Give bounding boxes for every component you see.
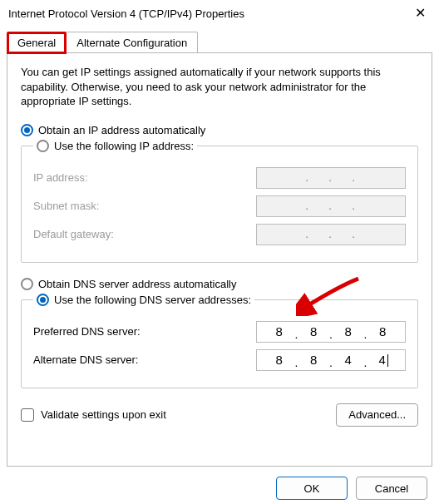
input-subnet-mask: . . . bbox=[256, 195, 406, 217]
checkbox-icon bbox=[21, 408, 34, 422]
label-default-gateway: Default gateway: bbox=[33, 228, 114, 240]
cancel-button[interactable]: Cancel bbox=[356, 477, 427, 500]
group-manual-dns: Use the following DNS server addresses: … bbox=[21, 294, 418, 388]
advanced-button[interactable]: Advanced... bbox=[336, 403, 418, 427]
label-ip-address: IP address: bbox=[33, 171, 88, 184]
text-caret-icon bbox=[387, 354, 388, 367]
checkbox-label: Validate settings upon exit bbox=[41, 408, 166, 421]
radio-use-following-ip[interactable]: Use the following IP address: bbox=[33, 140, 197, 152]
close-icon[interactable]: ✕ bbox=[397, 7, 431, 20]
ok-button[interactable]: OK bbox=[276, 477, 348, 500]
tab-general[interactable]: General bbox=[7, 32, 67, 54]
input-ip-address: . . . bbox=[256, 167, 406, 189]
input-alternate-dns[interactable]: 8. 8. 4. 4 bbox=[256, 349, 406, 371]
radio-label: Obtain DNS server address automatically bbox=[38, 278, 236, 290]
title-bar: Internet Protocol Version 4 (TCP/IPv4) P… bbox=[0, 0, 439, 27]
tab-strip: General Alternate Configuration bbox=[0, 32, 439, 53]
input-default-gateway: . . . bbox=[256, 224, 406, 245]
label-subnet-mask: Subnet mask: bbox=[33, 200, 100, 212]
radio-icon bbox=[21, 278, 33, 290]
window-title: Internet Protocol Version 4 (TCP/IPv4) P… bbox=[8, 7, 244, 20]
radio-icon bbox=[21, 124, 33, 136]
group-manual-ip: Use the following IP address: IP address… bbox=[21, 140, 418, 263]
radio-obtain-dns-auto[interactable]: Obtain DNS server address automatically bbox=[21, 278, 418, 290]
dialog-footer: OK Cancel bbox=[0, 467, 439, 500]
radio-label: Use the following DNS server addresses: bbox=[54, 294, 251, 306]
label-alternate-dns: Alternate DNS server: bbox=[33, 353, 138, 366]
radio-label: Obtain an IP address automatically bbox=[38, 124, 205, 136]
radio-use-following-dns[interactable]: Use the following DNS server addresses: bbox=[33, 294, 254, 306]
radio-icon bbox=[37, 294, 49, 306]
tab-alternate-configuration[interactable]: Alternate Configuration bbox=[66, 32, 198, 53]
label-preferred-dns: Preferred DNS server: bbox=[33, 325, 141, 338]
intro-text: You can get IP settings assigned automat… bbox=[21, 65, 418, 109]
input-preferred-dns[interactable]: 8. 8. 8. 8 bbox=[256, 321, 406, 343]
radio-icon bbox=[37, 140, 49, 152]
radio-label: Use the following IP address: bbox=[54, 140, 194, 152]
radio-obtain-ip-auto[interactable]: Obtain an IP address automatically bbox=[21, 124, 418, 136]
tab-panel-general: You can get IP settings assigned automat… bbox=[7, 52, 432, 467]
checkbox-validate-on-exit[interactable]: Validate settings upon exit bbox=[21, 408, 166, 422]
